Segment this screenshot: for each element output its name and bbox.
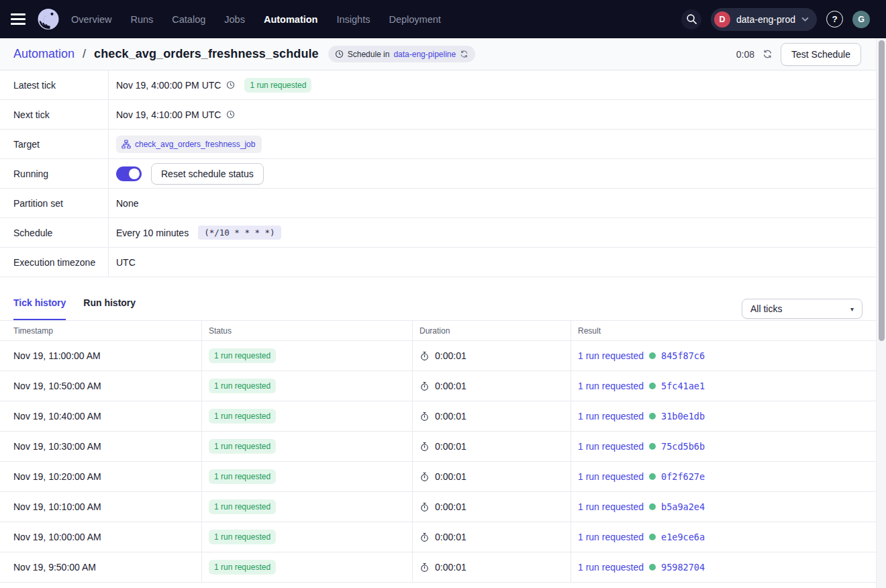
reset-schedule-status-button[interactable]: Reset schedule status: [151, 163, 264, 185]
run-success-dot: [649, 352, 656, 359]
help-icon[interactable]: ?: [826, 11, 843, 28]
menu-icon[interactable]: [11, 11, 28, 28]
header-actions: 0:08 Test Schedule: [736, 43, 861, 66]
nav-item-automation[interactable]: Automation: [264, 14, 318, 25]
page-title: check_avg_orders_freshness_schdule: [94, 47, 319, 60]
table-row: Nov 19, 10:10:00 AM 1 run requested: [0, 492, 876, 522]
table-header: Timestamp Status Duration Result: [0, 320, 876, 341]
tab-tick-history[interactable]: Tick history: [13, 297, 66, 320]
breadcrumb-separator: /: [83, 47, 86, 60]
test-schedule-button[interactable]: Test Schedule: [781, 43, 861, 66]
run-id-link[interactable]: e1e9ce6a: [661, 532, 705, 542]
running-toggle[interactable]: [116, 166, 142, 181]
runs-requested-link[interactable]: 1 run requested: [578, 411, 644, 422]
breadcrumb: Automation / check_avg_orders_freshness_…: [13, 47, 319, 61]
run-id-link[interactable]: 845f87c6: [661, 350, 705, 361]
timezone-row: Execution timezone UTC: [0, 248, 876, 277]
tick-status-badge: 1 run requested: [209, 379, 276, 393]
runs-requested-link[interactable]: 1 run requested: [578, 471, 644, 482]
col-header-timestamp: Timestamp: [0, 321, 201, 340]
avatar[interactable]: G: [852, 11, 870, 28]
next-tick-time: Nov 19, 4:10:00 PM UTC: [116, 109, 221, 120]
stopwatch-icon: [420, 442, 430, 452]
tab-run-history[interactable]: Run history: [83, 297, 136, 320]
nav-item-catalog[interactable]: Catalog: [172, 14, 205, 25]
run-id-link[interactable]: 75cd5b6b: [661, 441, 705, 452]
tick-duration: 0:00:01: [435, 532, 466, 542]
partition-set-value: None: [116, 198, 138, 209]
runs-requested-link[interactable]: 1 run requested: [578, 501, 644, 512]
tick-timestamp: Nov 19, 10:40:00 AM: [0, 401, 201, 431]
target-job-link[interactable]: check_avg_orders_freshness_job: [135, 140, 255, 149]
cron-expression-chip: (*/10 * * * *): [198, 226, 281, 240]
breadcrumb-automation-link[interactable]: Automation: [13, 47, 75, 60]
partition-set-row: Partition set None: [0, 189, 876, 218]
tick-duration: 0:00:01: [435, 501, 466, 512]
run-id-link[interactable]: 31b0e1db: [661, 411, 705, 422]
runs-requested-link[interactable]: 1 run requested: [578, 441, 644, 452]
caret-down-icon: ▾: [850, 305, 854, 313]
scrollbar-thumb[interactable]: [879, 40, 885, 341]
clock-icon: [226, 81, 235, 89]
nav-item-overview[interactable]: Overview: [71, 14, 111, 25]
next-tick-row: Next tick Nov 19, 4:10:00 PM UTC: [0, 100, 876, 130]
reload-icon[interactable]: [460, 50, 469, 58]
run-id-link[interactable]: 95982704: [661, 562, 705, 573]
deployment-initial-badge: D: [714, 11, 730, 28]
runs-requested-link[interactable]: 1 run requested: [578, 350, 644, 361]
tick-history-table: Timestamp Status Duration Result Nov 19,…: [0, 320, 876, 583]
latest-tick-row: Latest tick Nov 19, 4:00:00 PM UTC 1 run…: [0, 70, 876, 100]
stopwatch-icon: [420, 502, 430, 512]
run-id-link[interactable]: 5fc41ae1: [661, 381, 705, 391]
run-id-link[interactable]: b5a9a2e4: [661, 501, 705, 512]
schedule-details: Latest tick Nov 19, 4:00:00 PM UTC 1 run…: [0, 70, 876, 277]
tick-status-badge: 1 run requested: [209, 499, 276, 514]
tick-duration: 0:00:01: [435, 562, 466, 573]
history-tabs: Tick history Run history: [13, 297, 136, 320]
code-location-link[interactable]: data-eng-pipeline: [393, 50, 456, 59]
runs-requested-link[interactable]: 1 run requested: [578, 562, 644, 573]
run-id-link[interactable]: 0f2f627e: [661, 471, 705, 482]
schedule-row: Schedule Every 10 minutes (*/10 * * * *): [0, 218, 876, 248]
job-icon: [121, 140, 131, 149]
history-tabs-row: Tick history Run history All ticks ▾: [0, 277, 876, 320]
tick-duration: 0:00:01: [435, 381, 466, 391]
run-success-dot: [649, 383, 656, 389]
stopwatch-icon: [420, 472, 430, 482]
next-tick-label: Next tick: [0, 100, 109, 129]
stopwatch-icon: [420, 351, 430, 361]
runs-requested-link[interactable]: 1 run requested: [578, 532, 644, 542]
deployment-switcher[interactable]: D data-eng-prod: [711, 8, 817, 31]
vertical-scrollbar[interactable]: [876, 38, 886, 588]
deployment-name: data-eng-prod: [736, 14, 795, 25]
table-row: Nov 19, 9:50:00 AM 1 run requested: [0, 552, 876, 583]
nav-item-insights[interactable]: Insights: [336, 14, 370, 25]
run-success-dot: [649, 503, 656, 510]
tick-filter-select[interactable]: All ticks ▾: [742, 299, 863, 319]
target-job-pill[interactable]: check_avg_orders_freshness_job: [116, 136, 262, 153]
refresh-icon[interactable]: [762, 49, 773, 59]
nav-item-runs[interactable]: Runs: [130, 14, 153, 25]
run-success-dot: [649, 413, 656, 420]
nav-item-deployment[interactable]: Deployment: [389, 14, 440, 25]
col-header-status: Status: [201, 321, 412, 340]
target-label: Target: [0, 130, 109, 158]
tick-timestamp: Nov 19, 9:50:00 AM: [0, 552, 201, 582]
tick-timestamp: Nov 19, 10:50:00 AM: [0, 371, 201, 401]
col-header-duration: Duration: [412, 321, 571, 340]
tick-status-badge: 1 run requested: [209, 439, 276, 454]
stopwatch-icon: [420, 532, 430, 542]
search-icon[interactable]: [681, 9, 701, 30]
nav-item-jobs[interactable]: Jobs: [224, 14, 245, 25]
dagster-logo-icon[interactable]: [36, 7, 60, 32]
run-success-dot: [649, 473, 656, 480]
tick-status-badge: 1 run requested: [209, 530, 276, 544]
tick-timestamp: Nov 19, 10:30:00 AM: [0, 432, 201, 461]
tick-filter-value: All ticks: [750, 303, 782, 314]
runs-requested-link[interactable]: 1 run requested: [578, 381, 644, 391]
schedule-location-badge: Schedule in data-eng-pipeline: [328, 46, 475, 62]
table-row: Nov 19, 10:20:00 AM 1 run requested: [0, 462, 876, 492]
latest-tick-time: Nov 19, 4:00:00 PM UTC: [116, 80, 221, 91]
run-success-dot: [649, 534, 656, 540]
tick-status-badge: 1 run requested: [209, 348, 276, 363]
